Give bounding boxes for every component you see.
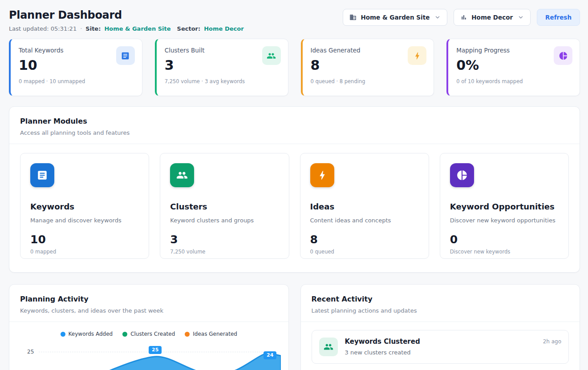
recent-activity-card: Recent Activity Latest planning actions … <box>300 284 580 370</box>
sector-link[interactable]: Home Decor <box>204 25 243 32</box>
legend-dot <box>122 332 127 337</box>
page-title: Planner Dashboard <box>9 9 244 21</box>
section-subtitle: Latest planning actions and updates <box>312 307 569 314</box>
module-value: 10 <box>30 233 139 246</box>
data-point-label: 24 <box>264 351 276 359</box>
stat-detail: 7,250 volume · 3 avg keywords <box>165 78 280 84</box>
module-description: Manage and discover keywords <box>30 217 139 224</box>
activity-item-texts: Keywords Clustered 3 new clusters create… <box>345 338 536 356</box>
module-tile-ideas[interactable]: Ideas Content ideas and concepts 8 0 que… <box>300 153 429 259</box>
section-subtitle: Access all planning tools and features <box>20 129 569 136</box>
legend-item-clusters-created: Clusters Created <box>122 331 175 337</box>
planning-activity-chart: 25 25 24 <box>20 344 278 370</box>
legend-dot <box>61 332 65 337</box>
module-title: Keyword Opportunities <box>450 202 559 211</box>
planner-dashboard-page: Planner Dashboard Last updated: 05:31:21… <box>0 0 588 370</box>
site-link[interactable]: Home & Garden Site <box>104 25 170 32</box>
module-title: Ideas <box>310 202 419 211</box>
sector-label: Sector: <box>177 25 201 32</box>
module-detail: 0 queued <box>310 249 419 255</box>
planner-modules-header: Planner Modules Access all planning tool… <box>9 107 580 144</box>
section-title: Recent Activity <box>312 295 569 303</box>
separator: · <box>80 25 82 32</box>
legend-dot <box>185 332 190 337</box>
topbar-actions: Home & Garden Site Home Decor Refresh <box>343 9 580 26</box>
meta-line: Last updated: 05:31:21 · Site: Home & Ga… <box>9 25 244 32</box>
people-icon <box>170 163 194 187</box>
site-selector-dropdown[interactable]: Home & Garden Site <box>343 9 447 26</box>
activity-list-item: Keywords Clustered 3 new clusters create… <box>312 330 569 364</box>
bar-chart-icon <box>460 14 467 21</box>
legend-label: Keywords Added <box>69 331 113 337</box>
stats-row: Total Keywords 10 0 mapped · 10 unmapped… <box>9 39 580 96</box>
activity-item-description: 3 new clusters created <box>345 349 536 356</box>
stat-detail: 0 queued · 8 pending <box>311 78 426 84</box>
module-detail: Discover new keywords <box>450 249 559 255</box>
chart-legend: Keywords Added Clusters Created Ideas Ge… <box>9 331 288 337</box>
legend-label: Clusters Created <box>130 331 175 337</box>
sector-selector-dropdown[interactable]: Home Decor <box>454 9 531 26</box>
section-title: Planning Activity <box>20 295 278 303</box>
sector-selector-label: Home Decor <box>471 14 513 21</box>
planning-activity-header: Planning Activity Keywords, clusters, an… <box>9 285 288 322</box>
last-updated: Last updated: 05:31:21 <box>9 25 77 32</box>
module-detail: 7,250 volume <box>170 249 279 255</box>
people-icon <box>319 338 338 356</box>
stat-card-clusters-built: Clusters Built 3 7,250 volume · 3 avg ke… <box>155 39 288 96</box>
chevron-down-icon <box>518 14 524 20</box>
stat-card-mapping-progress: Mapping Progress 0% 0 of 10 keywords map… <box>446 39 580 96</box>
module-value: 8 <box>310 233 419 246</box>
pie-chart-icon <box>554 46 572 65</box>
topbar-left: Planner Dashboard Last updated: 05:31:21… <box>9 9 244 32</box>
pie-chart-icon <box>450 163 474 187</box>
document-icon <box>30 163 54 187</box>
topbar: Planner Dashboard Last updated: 05:31:21… <box>9 9 580 32</box>
stat-detail: 0 mapped · 10 unmapped <box>19 78 134 84</box>
site-label: Site: <box>85 25 101 32</box>
module-title: Clusters <box>170 202 279 211</box>
module-detail: 0 mapped <box>30 249 139 255</box>
module-description: Content ideas and concepts <box>310 217 419 224</box>
lightning-icon <box>310 163 334 187</box>
people-icon <box>262 46 281 65</box>
module-title: Keywords <box>30 202 139 211</box>
module-description: Discover new keyword opportunities <box>450 217 559 224</box>
module-description: Keyword clusters and groups <box>170 217 279 224</box>
document-icon <box>116 46 135 65</box>
building-icon <box>349 14 357 21</box>
site-selector-label: Home & Garden Site <box>361 14 430 21</box>
module-value: 0 <box>450 233 559 246</box>
module-tile-clusters[interactable]: Clusters Keyword clusters and groups 3 7… <box>160 153 289 259</box>
module-tile-keyword-opportunities[interactable]: Keyword Opportunities Discover new keywo… <box>440 153 569 259</box>
activity-item-title: Keywords Clustered <box>345 338 536 346</box>
recent-activity-header: Recent Activity Latest planning actions … <box>301 285 580 322</box>
chevron-down-icon <box>434 14 441 20</box>
activity-item-timestamp: 2h ago <box>543 338 561 345</box>
module-value: 3 <box>170 233 279 246</box>
stat-card-total-keywords: Total Keywords 10 0 mapped · 10 unmapped <box>9 39 142 96</box>
legend-label: Ideas Generated <box>193 331 237 337</box>
planner-modules-panel: Planner Modules Access all planning tool… <box>9 106 580 273</box>
y-axis-tick: 25 <box>27 349 34 355</box>
refresh-button[interactable]: Refresh <box>537 9 580 26</box>
stat-detail: 0 of 10 keywords mapped <box>456 78 572 84</box>
stat-card-ideas-generated: Ideas Generated 8 0 queued · 8 pending <box>301 39 434 96</box>
lightning-icon <box>408 46 426 65</box>
module-tile-keywords[interactable]: Keywords Manage and discover keywords 10… <box>20 153 149 259</box>
legend-item-ideas-generated: Ideas Generated <box>185 331 237 337</box>
recent-activity-list: Keywords Clustered 3 new clusters create… <box>301 322 580 370</box>
section-title: Planner Modules <box>20 117 569 125</box>
bottom-row: Planning Activity Keywords, clusters, an… <box>9 284 580 370</box>
data-point-label: 25 <box>149 346 162 354</box>
modules-grid: Keywords Manage and discover keywords 10… <box>9 144 580 272</box>
planning-activity-card: Planning Activity Keywords, clusters, an… <box>9 284 289 370</box>
section-subtitle: Keywords, clusters, and ideas over the p… <box>20 307 278 314</box>
legend-item-keywords-added: Keywords Added <box>61 331 113 337</box>
